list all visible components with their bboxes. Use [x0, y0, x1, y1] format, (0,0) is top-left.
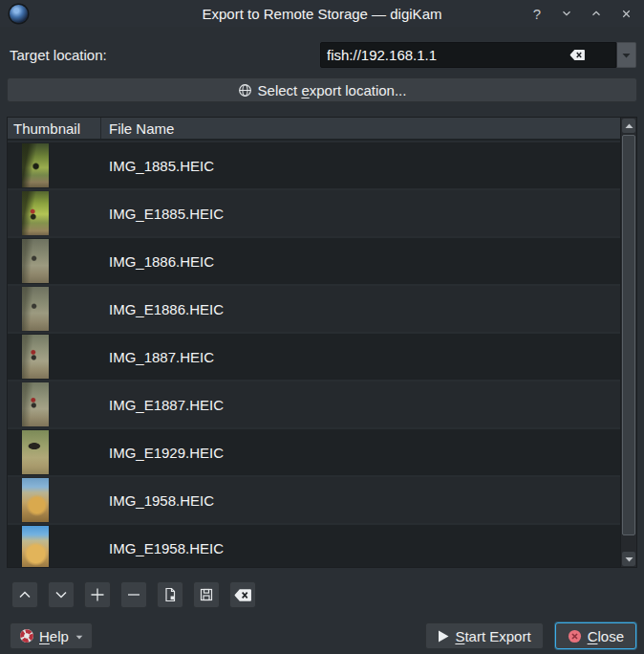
thumbnail-image [22, 382, 49, 426]
vertical-scrollbar[interactable] [620, 118, 636, 567]
list-toolbar [11, 581, 644, 608]
backspace-clear-icon [234, 588, 252, 602]
file-name: IMG_E1885.HEIC [109, 206, 224, 222]
question-mark-icon: ? [533, 6, 541, 22]
table-row[interactable]: IMG_E1886.HEIC [8, 284, 620, 332]
clear-text-button[interactable] [569, 47, 586, 62]
triangle-up-icon [625, 123, 633, 129]
digikam-app-icon [10, 5, 28, 23]
backspace-clear-icon [569, 49, 586, 61]
file-name: IMG_1958.HEIC [109, 492, 214, 509]
remove-item-button[interactable] [120, 581, 147, 608]
thumbnail-image [22, 430, 49, 474]
chevron-down-icon [560, 7, 573, 20]
close-circle-icon [568, 629, 582, 643]
table-row[interactable]: IMG_E1929.HEIC [8, 427, 620, 475]
thumbnail-image [22, 239, 49, 283]
footer-bar: Help Start Export Close [10, 622, 636, 649]
help-button[interactable]: Help [10, 622, 93, 649]
table-header: Thumbnail File Name [8, 118, 620, 140]
close-label: Close [588, 628, 624, 644]
globe-icon [238, 83, 252, 98]
start-export-label: Start Export [455, 628, 530, 644]
target-location-label: Target location: [10, 47, 107, 63]
close-button[interactable]: Close [555, 622, 636, 649]
minimize-button[interactable] [558, 5, 575, 22]
file-name: IMG_1885.HEIC [109, 158, 214, 174]
start-export-button[interactable]: Start Export [425, 622, 543, 649]
table-row[interactable]: IMG_E1887.HEIC [8, 380, 620, 427]
thumbnail-image [22, 478, 49, 522]
load-list-button[interactable] [157, 581, 183, 608]
triangle-down-icon [625, 556, 633, 562]
close-window-button[interactable] [617, 5, 634, 22]
table-body: IMG_1885.HEIC IMG_E1885.HEIC IMG_1886.HE… [8, 141, 620, 567]
table-row[interactable]: IMG_1887.HEIC [8, 332, 620, 380]
table-row[interactable]: IMG_E1958.HEIC [8, 523, 620, 567]
target-location-combobox [320, 42, 636, 68]
move-down-button[interactable] [48, 581, 75, 608]
context-help-button[interactable]: ? [528, 5, 546, 22]
save-list-button[interactable] [193, 581, 220, 608]
maximize-button[interactable] [588, 5, 605, 22]
scrollbar-track[interactable] [622, 134, 635, 551]
table-row[interactable]: IMG_1886.HEIC [8, 236, 620, 284]
file-list-table: Thumbnail File Name IMG_1885.HEIC IMG_E1… [7, 117, 637, 568]
file-name: IMG_1886.HEIC [109, 253, 214, 270]
scroll-up-button[interactable] [622, 119, 635, 133]
file-name: IMG_E1929.HEIC [109, 445, 224, 461]
table-row[interactable]: IMG_1885.HEIC [8, 141, 620, 188]
play-icon [438, 630, 449, 643]
thumbnail-image [22, 335, 49, 379]
move-up-button[interactable] [11, 581, 38, 608]
file-name: IMG_E1887.HEIC [109, 397, 224, 413]
chevron-up-icon [590, 7, 603, 20]
chevron-down-icon [54, 587, 69, 602]
thumbnail-image [22, 143, 49, 187]
dropdown-caret-icon [75, 631, 83, 642]
titlebar: Export to Remote Storage — digiKam ? [0, 0, 644, 27]
select-export-location-button[interactable]: Select export location... [7, 77, 637, 102]
plus-icon [90, 587, 105, 602]
minus-icon [126, 587, 141, 602]
lifebuoy-help-icon [19, 628, 34, 643]
column-header-file-name[interactable]: File Name [101, 118, 620, 139]
clear-list-button[interactable] [229, 581, 256, 608]
thumbnail-image [22, 287, 49, 331]
scroll-down-button[interactable] [622, 552, 635, 566]
add-item-button[interactable] [84, 581, 111, 608]
select-export-location-label: Select export location... [258, 82, 407, 98]
file-name: IMG_E1886.HEIC [109, 301, 224, 317]
thumbnail-image [22, 191, 49, 235]
chevron-up-icon [17, 587, 32, 602]
scrollbar-thumb[interactable] [622, 135, 635, 535]
table-row[interactable]: IMG_E1885.HEIC [8, 188, 620, 236]
column-header-thumbnail[interactable]: Thumbnail [8, 118, 101, 139]
file-name: IMG_E1958.HEIC [109, 540, 224, 556]
close-icon [620, 8, 633, 20]
thumbnail-image [22, 526, 49, 567]
table-row[interactable]: IMG_1958.HEIC [8, 475, 620, 523]
floppy-disk-icon [199, 587, 214, 602]
file-name: IMG_1887.HEIC [109, 349, 214, 365]
dropdown-arrow-icon [622, 53, 631, 58]
combobox-dropdown-button[interactable] [616, 42, 636, 68]
document-icon [162, 587, 178, 602]
help-label: Help [39, 628, 69, 644]
target-location-row: Target location: [10, 42, 636, 68]
